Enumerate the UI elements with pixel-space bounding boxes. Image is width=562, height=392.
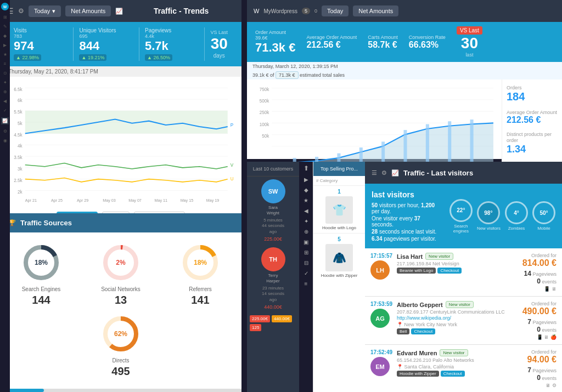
visitor-2-avatar: AG [370,309,390,328]
sidebar-icon-10[interactable]: ◀ [3,99,7,104]
icon-5[interactable]: ◀ [304,208,308,214]
conversion-rate-kpi: Conversion Rate 66.63% [409,35,446,50]
icon-4[interactable]: ★ [304,197,308,203]
svg-text:6.5k: 6.5k [14,87,23,92]
unique-visitors-button[interactable]: Unique Visitors [134,212,185,213]
search-engines-source: 18% Search Engines 144 [5,243,77,306]
circle-search-engines: 22° Searchengines [449,199,473,234]
svg-text:May 07: May 07 [128,198,142,203]
avg-order-kpi: Average Order Amount 212.56 € [306,35,357,50]
traffic-sources-title: Traffic Sources [20,219,72,227]
scroll-indicator [0,389,241,392]
right-top-panel: W MyWordpress 5 0 Today Net Amounts Orde… [247,0,562,159]
unique-visitors-stat: Unique Visitors 695 844 ▲ 19.21% [74,27,139,61]
sidebar-icon-1[interactable]: ⊞ [3,15,7,20]
product-1-image: 👕 [325,196,353,224]
wp-sidebar-logo[interactable]: W [1,3,9,10]
customers-panel-title: Last 10 customers [247,162,299,177]
top-product-5: 5 🧥 Hoodie with Zipper [313,234,365,281]
directs-count: 495 [111,365,130,378]
sidebar-icon-9[interactable]: ⊕ [3,89,7,94]
circle-zombies: 4° Zombies [505,201,528,231]
icon-11[interactable]: ✓ [304,270,308,276]
icon-9[interactable]: ⊞ [304,249,308,255]
rt-today-button[interactable]: Today [322,5,349,16]
visits-button[interactable]: Visits [102,212,130,213]
svg-text:18%: 18% [35,259,48,266]
sidebar-icon-12[interactable]: 📈 [1,117,9,124]
visitor-3-ip: 65.154.226.210 Palo Alto Networks [397,357,523,363]
trend-icon: 📈 [115,8,123,15]
middle-row: Last 10 customers SW SaraWright 5 minute… [247,162,562,392]
social-networks-label: Social Networks [101,286,140,292]
sidebar-icon-14[interactable]: ◉ [3,138,7,143]
visitor-1-time: 17:15:57 [370,253,392,259]
net-amounts-button[interactable]: Net Amounts [65,5,111,16]
gear-icon[interactable]: ⚙ [18,7,24,15]
svg-text:18%: 18% [194,259,207,266]
social-networks-count: 13 [115,294,127,306]
sidebar-icon-6[interactable]: ≡ [4,61,7,66]
referrers-source: 18% Referrers 141 [165,243,236,306]
customer-2-info: TerryHarper 23 minutes 14 seconds ago [250,273,296,303]
icon-2[interactable]: ▶ [304,177,308,183]
visitor-row-3: 17:52:49 EM Edvard Muren New visitor 65.… [365,345,562,392]
svg-text:3.5k: 3.5k [14,156,23,161]
right-top-header: W MyWordpress 5 0 Today Net Amounts [247,0,562,22]
svg-rect-64 [448,121,451,164]
sidebar-icon-3[interactable]: ◆ [3,33,7,38]
visitor-1-price: 814.00 € [522,258,557,268]
svg-text:Pageviews: Pageviews [231,123,233,128]
icon-12[interactable]: ≡ [305,281,308,287]
visitor-3-name: Edvard Muren [397,350,437,356]
icon-6[interactable]: ✦ [304,218,308,224]
social-networks-chart: 2% [102,243,140,282]
visitor-3-avatar: EM [370,357,390,376]
customer-1-avatar: SW [261,179,285,203]
pageviews-button[interactable]: Pageviews [57,212,97,213]
last-visitors-header: ☰ ⚙ 📈 Traffic - Last visitors [365,162,562,184]
icon-3[interactable]: ◆ [304,187,308,193]
sidebar-icon-7[interactable]: ⊙ [3,71,7,76]
svg-text:5.5k: 5.5k [14,110,23,115]
sidebar-icon-5[interactable]: ★ [3,52,7,57]
sidebar-icon-8[interactable]: ✦ [3,80,7,85]
middle-icons-column: ⬆ ▶ ◆ ★ ◀ ✦ ⊕ ▣ ⊞ ⊟ ✓ ≡ [299,162,313,392]
search-engines-count: 144 [32,294,50,306]
icon-1[interactable]: ⬆ [304,164,309,172]
wp-admin-sidebar: W ⊞ ✎ ◆ ▶ ★ ≡ ⊙ ✦ ⊕ ◀ ✓ 📈 ⚙ ◉ [0,0,10,392]
visitor-2-ip: 207.82.69.177 CenturyLink Communications… [397,309,518,315]
page-title: Traffic - Trends [127,7,235,15]
date-label: Thursday, May 21, 2020, 8:41:17 PM [0,66,241,77]
rt-net-amounts-button[interactable]: Net Amounts [353,5,398,16]
lv-gear-icon[interactable]: ⚙ [381,169,387,177]
icon-8[interactable]: ▣ [304,239,308,245]
stats-bar: Visits 783 974 ▲ 22.98% Unique Visitors … [0,22,241,66]
search-engines-chart: 18% [22,243,60,282]
chevron-down-icon: ▾ [52,8,55,15]
icon-7[interactable]: ⊕ [304,229,308,235]
sidebar-icon-11[interactable]: ✓ [3,108,7,113]
traffic-sources-header: 🏆 Traffic Sources [0,213,241,232]
rt-badge-5: 5 [302,8,310,14]
referrers-donut: 18% [181,243,220,282]
svg-text:4.5k: 4.5k [14,133,23,138]
customer-1-price: 225.00€ [250,236,296,242]
top-selling-panel: Top Selling Pro... # Category 1 👕 Hoodie… [313,162,365,392]
visitor-1-tag-checkout: Checkout [437,268,462,274]
visitor-row-1: 17:15:57 LH Lisa Hart New visitor 217.19… [365,248,562,297]
svg-text:100k: 100k [260,122,269,127]
order-amount-kpi: Order Amount 39.6€ 71.3k € [255,30,295,55]
customer-1: SW SaraWright 5 minutes 44 seconds ago 2… [247,177,299,245]
icon-10[interactable]: ⊟ [304,260,308,266]
sidebar-icon-13[interactable]: ⚙ [3,129,7,134]
lv-hamburger-icon[interactable]: ☰ [372,169,377,177]
sidebar-icon-4[interactable]: ▶ [3,43,7,48]
today-button[interactable]: Today ▾ [29,5,61,17]
sidebar-icon-2[interactable]: ✎ [3,24,7,29]
svg-text:Apr 29: Apr 29 [77,198,88,203]
svg-text:2k: 2k [18,190,23,195]
visitor-2-badge: New visitor [446,301,474,308]
circle-mobile: 50° Mobile [532,201,555,231]
visitor-2-url: http://www.wikipedia.org/ [397,315,518,321]
